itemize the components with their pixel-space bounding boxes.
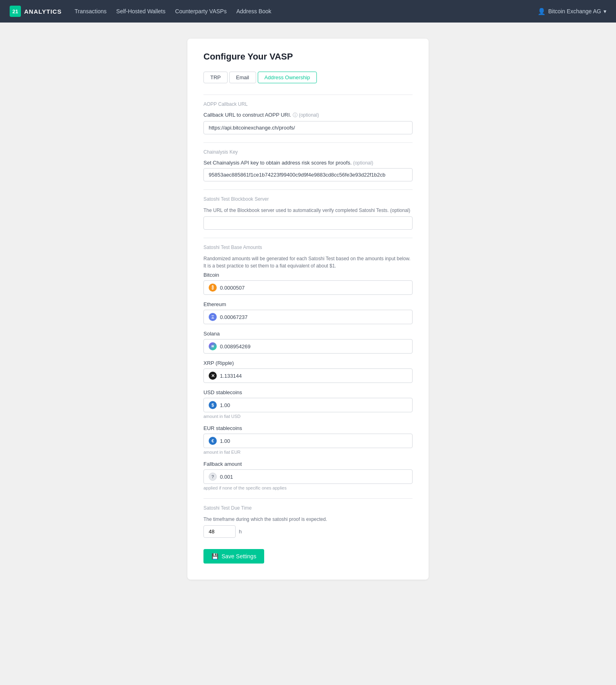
logo-text: ANALYTICS	[24, 8, 62, 15]
fallback-row: Fallback amount ? applied if none of the…	[203, 461, 413, 490]
fallback-input-wrap: ?	[203, 469, 413, 484]
aopp-callback-input[interactable]	[203, 121, 413, 134]
blockbook-field-desc: The URL of the Blockbook server used to …	[203, 207, 413, 214]
usd-label: USD stablecoins	[203, 389, 413, 395]
nav-user-label: Bitcoin Exchange AG	[548, 8, 601, 14]
user-icon: 👤	[538, 8, 546, 15]
nav-logo: 21 ANALYTICS	[10, 6, 62, 17]
save-button[interactable]: 💾 Save Settings	[203, 549, 264, 564]
eur-hint: amount in fiat EUR	[203, 450, 413, 455]
ethereum-label: Ethereum	[203, 301, 413, 307]
usd-hint: amount in fiat USD	[203, 414, 413, 419]
logo-number: 21	[10, 6, 21, 17]
solana-icon: ≋	[209, 342, 217, 350]
fallback-icon: ?	[209, 473, 217, 481]
due-time-unit: h	[239, 529, 242, 535]
solana-label: Solana	[203, 331, 413, 337]
chainalysis-field-label: Set Chainalysis API key to obtain addres…	[203, 160, 413, 166]
nav-transactions[interactable]: Transactions	[74, 8, 107, 14]
base-amounts-section-title: Satoshi Test Base Amounts	[203, 245, 413, 250]
usd-input-wrap: $	[203, 398, 413, 412]
due-time-wrap: h	[203, 525, 413, 538]
chainalysis-section-title: Chainalysis Key	[203, 149, 413, 155]
save-button-label: Save Settings	[222, 553, 256, 560]
chainalysis-optional: (optional)	[353, 160, 373, 166]
xrp-input-wrap: ✕	[203, 368, 413, 383]
bitcoin-label: Bitcoin	[203, 272, 413, 278]
xrp-amount-input[interactable]	[220, 373, 407, 379]
solana-input-wrap: ≋	[203, 339, 413, 354]
ethereum-input-wrap: Ξ	[203, 310, 413, 324]
blockbook-optional: (optional)	[390, 208, 410, 213]
eur-label: EUR stablecoins	[203, 425, 413, 431]
blockbook-section: Satoshi Test Blockbook Server The URL of…	[203, 189, 413, 230]
due-time-field-desc: The timeframe during which the satoshi p…	[203, 516, 413, 523]
solana-amount-input[interactable]	[220, 344, 407, 350]
nav-counterparty-vasps[interactable]: Counterparty VASPs	[175, 8, 227, 14]
due-time-input[interactable]	[203, 525, 236, 538]
aopp-section: AOPP Callback URL Callback URL to constr…	[203, 95, 413, 134]
ethereum-amount-input[interactable]	[220, 314, 407, 320]
fallback-label: Fallback amount	[203, 461, 413, 467]
nav-user[interactable]: 👤 Bitcoin Exchange AG ▾	[538, 8, 606, 15]
chainalysis-section: Chainalysis Key Set Chainalysis API key …	[203, 142, 413, 181]
page-title: Configure Your VASP	[203, 51, 413, 62]
eur-icon: €	[209, 437, 217, 445]
xrp-row: XRP (Ripple) ✕	[203, 360, 413, 383]
nav-self-hosted-wallets[interactable]: Self-Hosted Wallets	[116, 8, 165, 14]
due-time-section: Satoshi Test Due Time The timeframe duri…	[203, 498, 413, 538]
bitcoin-icon: ₿	[209, 284, 217, 292]
usd-amount-input[interactable]	[220, 402, 407, 408]
usd-icon: $	[209, 401, 217, 409]
eur-amount-input[interactable]	[220, 438, 407, 444]
ethereum-icon: Ξ	[209, 313, 217, 321]
aopp-section-title: AOPP Callback URL	[203, 101, 413, 107]
bitcoin-input-wrap: ₿	[203, 280, 413, 295]
bitcoin-amount-input[interactable]	[220, 285, 407, 291]
bitcoin-row: Bitcoin ₿	[203, 272, 413, 295]
blockbook-url-input[interactable]	[203, 216, 413, 230]
base-amounts-section: Satoshi Test Base Amounts Randomized amo…	[203, 238, 413, 490]
aopp-field-label: Callback URL to construct AOPP URI. ⓘ (o…	[203, 112, 413, 119]
chevron-down-icon: ▾	[604, 8, 606, 14]
main-content: Configure Your VASP TRP Email Address Ow…	[187, 39, 429, 580]
fallback-amount-input[interactable]	[220, 474, 407, 480]
nav-address-book[interactable]: Address Book	[236, 8, 271, 14]
blockbook-section-title: Satoshi Test Blockbook Server	[203, 196, 413, 202]
tab-email[interactable]: Email	[229, 72, 256, 83]
base-amounts-field-desc: Randomized amounts will be generated for…	[203, 255, 413, 269]
save-icon: 💾	[211, 553, 218, 560]
nav-links: Transactions Self-Hosted Wallets Counter…	[74, 8, 538, 14]
tab-address-ownership[interactable]: Address Ownership	[258, 72, 317, 83]
ethereum-row: Ethereum Ξ	[203, 301, 413, 324]
info-icon: ⓘ	[293, 112, 299, 118]
eur-input-wrap: €	[203, 434, 413, 448]
navbar: 21 ANALYTICS Transactions Self-Hosted Wa…	[0, 0, 616, 23]
chainalysis-key-input[interactable]	[203, 168, 413, 181]
tab-trp[interactable]: TRP	[203, 72, 228, 83]
xrp-icon: ✕	[209, 372, 217, 380]
xrp-label: XRP (Ripple)	[203, 360, 413, 366]
usd-row: USD stablecoins $ amount in fiat USD	[203, 389, 413, 419]
tabs: TRP Email Address Ownership	[203, 72, 413, 83]
fallback-hint: applied if none of the specific ones app…	[203, 485, 413, 490]
due-time-section-title: Satoshi Test Due Time	[203, 505, 413, 511]
solana-row: Solana ≋	[203, 331, 413, 354]
eur-row: EUR stablecoins € amount in fiat EUR	[203, 425, 413, 455]
